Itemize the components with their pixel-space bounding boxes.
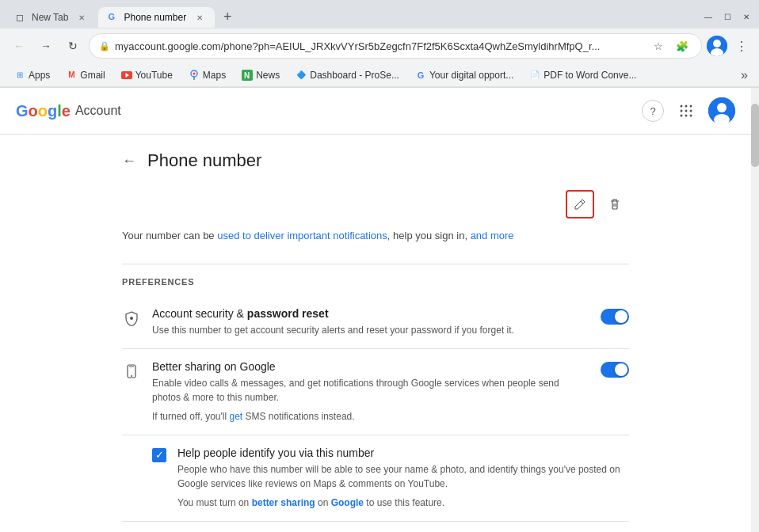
maximize-button[interactable]: ☐	[721, 10, 734, 23]
extensions-icon[interactable]: 🧩	[673, 36, 692, 55]
google-account-logo: Google Account	[16, 102, 121, 120]
better-sharing-body: Better sharing on Google Enable video ca…	[152, 360, 589, 424]
help-identify-desc2: You must turn on better sharing on Googl…	[177, 496, 629, 510]
page-header: ← Phone number	[122, 150, 629, 171]
chrome-menu-button[interactable]: ⋮	[732, 36, 751, 57]
title-bar: ◻ New Tab ✕ G Phone number ✕ + — ☐ ✕	[0, 0, 759, 28]
lock-icon: 🔒	[99, 41, 110, 51]
pencil-icon	[574, 198, 586, 211]
better-sharing-desc: Enable video calls & messages, and get n…	[152, 376, 589, 405]
svg-text:N: N	[244, 71, 250, 80]
help-identify-body: Help people identify you via this number…	[177, 446, 629, 510]
better-sharing-control	[601, 360, 629, 378]
g-blue2: g	[48, 102, 57, 120]
better-sharing-desc2: If turned off, you'll get SMS notificati…	[152, 409, 589, 424]
better-sharing-title: Better sharing on Google	[152, 360, 589, 373]
svg-point-13	[685, 110, 688, 112]
better-ads-pref: Better ads & Google services Use this nu…	[122, 522, 629, 532]
phone-icon	[122, 362, 141, 381]
news-favicon: N	[242, 70, 253, 81]
profile-image	[707, 36, 727, 56]
maps-favicon	[189, 70, 200, 81]
more-bookmarks-button[interactable]: »	[738, 66, 751, 84]
bookmark-gmail[interactable]: M Gmail	[59, 67, 111, 83]
tabs-area: ◻ New Tab ✕ G Phone number ✕ +	[6, 6, 702, 28]
bookmark-dashboard[interactable]: 🔷 Dashboard - ProSe...	[289, 67, 406, 83]
account-security-desc: Use this number to get account security …	[152, 323, 589, 337]
main-content: Google Account ?	[0, 88, 751, 532]
apps-favicon: ⊞	[14, 70, 25, 81]
delete-phone-button[interactable]	[601, 190, 629, 218]
minimize-button[interactable]: —	[702, 10, 715, 23]
bookmark-youtube[interactable]: YouTube	[115, 67, 179, 83]
dashboard-favicon: 🔷	[296, 70, 307, 81]
google-apps-icon[interactable]	[673, 98, 699, 124]
preferences-label: PREFERENCES	[122, 277, 629, 287]
browser-chrome: ◻ New Tab ✕ G Phone number ✕ + — ☐ ✕ ← →…	[0, 0, 759, 88]
help-identify-title: Help people identify you via this number	[177, 446, 629, 459]
scrollbar-thumb	[751, 104, 759, 167]
edit-delete-row	[122, 190, 629, 218]
user-avatar[interactable]	[708, 97, 735, 124]
new-tab-close[interactable]: ✕	[76, 12, 87, 23]
toggle-knob-2	[615, 363, 627, 376]
svg-point-1	[713, 40, 721, 48]
avatar-svg	[708, 97, 735, 124]
svg-point-6	[193, 72, 195, 74]
svg-point-14	[690, 110, 692, 112]
tab-phone-number[interactable]: G Phone number ✕	[98, 7, 215, 28]
back-arrow-button[interactable]: ←	[122, 153, 136, 169]
bookmark-pdf[interactable]: 📄 PDF to Word Conve...	[523, 67, 643, 83]
bookmark-dashboard-label: Dashboard - ProSe...	[310, 70, 399, 81]
phone-description: Your number can be used to deliver impor…	[122, 228, 629, 245]
bookmark-maps[interactable]: Maps	[182, 67, 232, 83]
bookmark-apps-label: Apps	[29, 70, 50, 81]
sms-link[interactable]: get	[229, 411, 242, 422]
edit-phone-button[interactable]	[566, 190, 594, 218]
account-security-control	[601, 307, 629, 325]
close-button[interactable]: ✕	[740, 10, 753, 23]
profile-avatar[interactable]	[707, 36, 727, 56]
ga-header-icons: ?	[642, 97, 735, 124]
better-sharing-link[interactable]: better sharing	[252, 497, 315, 508]
bookmark-apps[interactable]: ⊞ Apps	[8, 67, 56, 83]
window-controls: — ☐ ✕	[702, 10, 753, 23]
g-red2: e	[62, 102, 71, 120]
svg-point-23	[131, 375, 132, 377]
svg-point-10	[685, 105, 688, 108]
svg-point-16	[685, 115, 688, 117]
svg-point-15	[681, 115, 683, 117]
bookmark-star-icon[interactable]: ☆	[649, 36, 668, 55]
g-red: o	[29, 102, 38, 120]
account-security-toggle[interactable]	[601, 309, 629, 325]
bookmark-youtube-label: YouTube	[135, 70, 173, 81]
scrollbar[interactable]	[751, 88, 759, 532]
digital-favicon: G	[415, 70, 426, 81]
help-identify-checkbox[interactable]: ✓	[152, 448, 166, 462]
bookmark-news[interactable]: N News	[235, 67, 286, 83]
bookmark-digital[interactable]: G Your digital opport...	[409, 67, 520, 83]
svg-point-21	[130, 317, 133, 320]
account-security-title: Account security & password reset	[152, 307, 589, 320]
address-bar[interactable]: 🔒 myaccount.google.com/phone?ph=AEIUL_JR…	[89, 33, 702, 59]
help-icon[interactable]: ?	[642, 100, 664, 122]
notifications-link[interactable]: used to deliver important notifications	[217, 230, 387, 241]
better-sharing-toggle[interactable]	[601, 362, 629, 378]
google-link[interactable]: Google	[331, 497, 364, 508]
forward-button[interactable]: →	[35, 35, 57, 57]
new-tab-button[interactable]: +	[216, 6, 238, 28]
new-tab-favicon: ◻	[16, 12, 27, 23]
phone-tab-close[interactable]: ✕	[194, 12, 205, 23]
refresh-button[interactable]: ↻	[62, 35, 84, 57]
url-text: myaccount.google.com/phone?ph=AEIUL_JRXk…	[115, 40, 644, 52]
help-identify-pref: ✓ Help people identify you via this numb…	[122, 435, 629, 522]
gmail-favicon: M	[66, 70, 77, 81]
trash-icon	[608, 198, 621, 211]
more-link[interactable]: and more	[471, 230, 514, 241]
page-title: Phone number	[147, 150, 261, 171]
google-logo: Google	[16, 102, 71, 120]
toggle-knob	[615, 310, 627, 323]
phone-number-page: ← Phone number	[98, 135, 653, 532]
back-button[interactable]: ←	[8, 35, 30, 57]
tab-new-tab[interactable]: ◻ New Tab ✕	[6, 7, 97, 28]
